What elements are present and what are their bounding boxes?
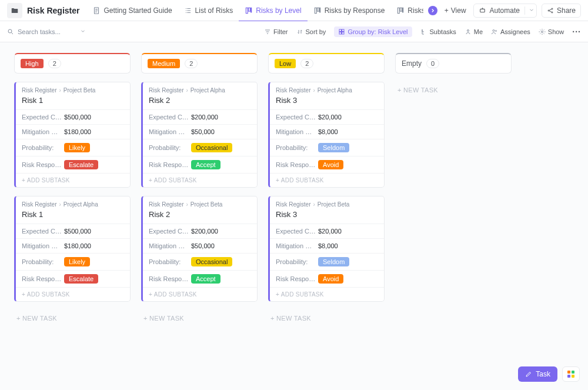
svg-point-22: [541, 31, 543, 32]
view-tabs: Getting Started GuideList of RisksRisks …: [86, 0, 423, 21]
new-task-button[interactable]: + NEW TASK: [395, 82, 512, 98]
automate-button[interactable]: Automate: [473, 4, 537, 18]
task-card[interactable]: Risk Register›Project AlphaRisk 2Expecte…: [141, 82, 258, 188]
task-card[interactable]: Risk Register›Project BetaRisk 3Expected…: [268, 196, 385, 302]
assignees-button[interactable]: Assignees: [491, 28, 530, 35]
field-probability: Probability:Likely: [16, 253, 130, 270]
tab-list-of-risks[interactable]: List of Risks: [178, 0, 239, 21]
sort-icon: [296, 28, 303, 35]
show-button[interactable]: Show: [539, 28, 564, 35]
expected-cost-value: $20,000: [318, 228, 342, 235]
task-card[interactable]: Risk Register›Project AlphaRisk 3Expecte…: [268, 82, 385, 188]
add-subtask-button[interactable]: + ADD SUBTASK: [143, 287, 257, 301]
breadcrumb: Risk Register›Project Beta: [276, 201, 378, 208]
field-label: Expected C…: [149, 114, 191, 121]
tab-label: Risks by Status: [407, 6, 423, 15]
gear-icon: [539, 28, 546, 35]
more-views-icon[interactable]: [428, 6, 437, 15]
group-value: Risk Level: [378, 28, 408, 35]
field-label: Expected C…: [22, 114, 64, 121]
add-subtask-button[interactable]: + ADD SUBTASK: [270, 173, 384, 187]
card-title: Risk 1: [22, 96, 124, 105]
new-task-fab[interactable]: Task: [518, 366, 557, 382]
field-mitigation: Mitigation …$180,000: [16, 124, 130, 139]
task-card[interactable]: Risk Register›Project AlphaRisk 1Expecte…: [14, 196, 131, 302]
svg-point-21: [496, 30, 497, 31]
expected-cost-value: $200,000: [191, 228, 218, 235]
new-task-button[interactable]: + NEW TASK: [14, 310, 131, 326]
column-header[interactable]: Medium2: [141, 53, 258, 74]
card-title: Risk 2: [149, 96, 251, 105]
new-task-button[interactable]: + NEW TASK: [268, 310, 385, 326]
robot-icon: [479, 6, 486, 14]
svg-rect-15: [339, 29, 342, 32]
search-input[interactable]: [18, 28, 76, 35]
risk-response-tag: Accept: [191, 160, 220, 169]
add-subtask-button[interactable]: + ADD SUBTASK: [16, 173, 130, 187]
column-level-pill: High: [21, 59, 44, 68]
more-options-button[interactable]: ···: [572, 27, 581, 36]
breadcrumb: Risk Register›Project Alpha: [149, 87, 251, 94]
column-medium: Medium2Risk Register›Project AlphaRisk 2…: [141, 53, 258, 326]
svg-rect-9: [403, 8, 403, 12]
group-icon: [338, 28, 345, 35]
group-by-button[interactable]: Group by: Risk Level: [334, 26, 412, 37]
field-label: Mitigation …: [149, 128, 191, 135]
tab-risks-by-status[interactable]: Risks by Status: [390, 0, 423, 21]
column-header[interactable]: High2: [14, 53, 131, 74]
tab-getting-started-guide[interactable]: Getting Started Guide: [86, 0, 178, 21]
breadcrumb: Risk Register›Project Alpha: [22, 201, 124, 208]
svg-rect-10: [480, 9, 485, 12]
column-level-pill: Medium: [148, 59, 180, 68]
group-prefix: Group by:: [348, 28, 376, 35]
apps-fab[interactable]: [562, 366, 580, 382]
field-label: Mitigation …: [276, 128, 318, 135]
add-view-label: View: [451, 6, 466, 15]
board: High2Risk Register›Project BetaRisk 1Exp…: [0, 42, 588, 390]
tab-label: Risks by Response: [325, 6, 385, 15]
share-label: Share: [557, 6, 576, 15]
field-mitigation: Mitigation …$180,000: [16, 238, 130, 253]
column-high: High2Risk Register›Project BetaRisk 1Exp…: [14, 53, 131, 326]
field-label: Mitigation …: [22, 128, 64, 135]
field-label: Expected C…: [22, 228, 64, 235]
column-header[interactable]: Low2: [268, 53, 385, 74]
subtasks-label: Subtasks: [430, 28, 456, 35]
task-card[interactable]: Risk Register›Project BetaRisk 2Expected…: [141, 196, 258, 302]
probability-tag: Occasional: [191, 143, 232, 152]
column-count: 0: [426, 59, 439, 68]
field-label: Probability:: [149, 258, 191, 265]
people-icon: [491, 28, 498, 35]
mitigation-value: $8,000: [318, 128, 338, 135]
task-card[interactable]: Risk Register›Project BetaRisk 1Expected…: [14, 82, 131, 188]
field-expected-cost: Expected C…$20,000: [270, 224, 384, 238]
new-task-button[interactable]: + NEW TASK: [141, 310, 258, 326]
tab-risks-by-level[interactable]: Risks by Level: [239, 0, 307, 21]
tab-label: List of Risks: [195, 6, 233, 15]
probability-tag: Occasional: [191, 257, 232, 266]
column-level-label: Empty: [402, 59, 422, 68]
svg-rect-7: [398, 8, 400, 13]
add-subtask-button[interactable]: + ADD SUBTASK: [16, 287, 130, 301]
column-header[interactable]: Empty0: [395, 53, 512, 74]
svg-rect-1: [246, 8, 248, 13]
filter-button[interactable]: Filter: [264, 28, 288, 35]
tab-risks-by-response[interactable]: Risks by Response: [308, 0, 391, 21]
add-subtask-button[interactable]: + ADD SUBTASK: [270, 287, 384, 301]
apps-icon: [567, 371, 574, 378]
sort-button[interactable]: Sort by: [296, 28, 326, 35]
svg-rect-17: [339, 32, 342, 34]
risk-response-tag: Escalate: [64, 160, 98, 169]
share-button[interactable]: Share: [542, 4, 581, 18]
column-empty: Empty0+ NEW TASK: [395, 53, 512, 98]
field-label: Expected C…: [276, 114, 318, 121]
field-risk-response: Risk Respo…Avoid: [270, 270, 384, 287]
chevron-down-icon[interactable]: [80, 28, 86, 35]
probability-tag: Seldom: [318, 143, 349, 152]
breadcrumb: Risk Register›Project Beta: [149, 201, 251, 208]
add-subtask-button[interactable]: + ADD SUBTASK: [143, 173, 257, 187]
subtasks-button[interactable]: Subtasks: [420, 28, 456, 35]
add-view-button[interactable]: + View: [440, 6, 471, 15]
folder-icon[interactable]: [7, 3, 22, 18]
me-button[interactable]: Me: [465, 28, 483, 35]
